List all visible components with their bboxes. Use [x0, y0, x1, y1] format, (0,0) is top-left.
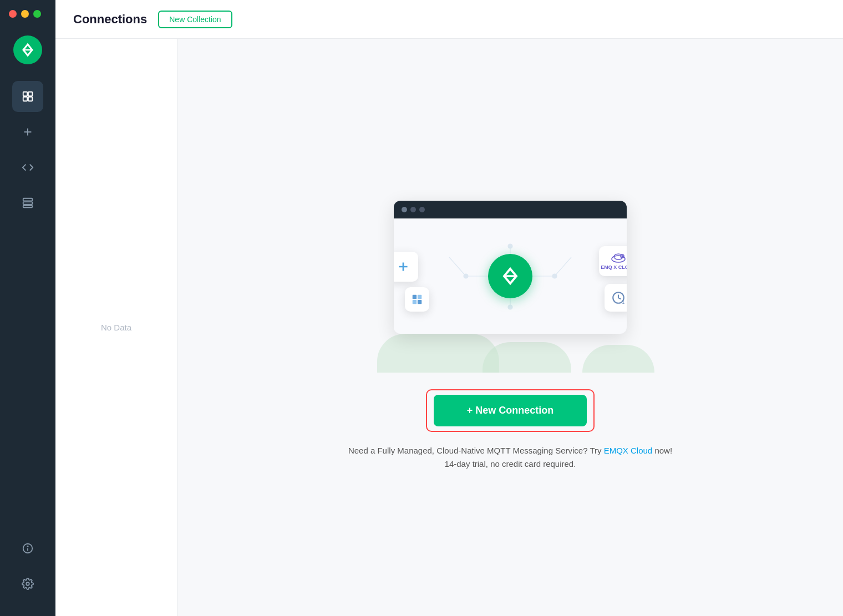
no-data-text: No Data	[101, 323, 131, 332]
svg-rect-2	[28, 92, 32, 96]
svg-text:1: 1	[622, 299, 625, 305]
sidebar-item-connections[interactable]	[12, 81, 43, 112]
center-panel: EMQ X CLOUD 1	[177, 39, 843, 616]
svg-rect-3	[23, 97, 27, 101]
sidebar-item-scripts[interactable]	[12, 152, 43, 183]
emqx-cloud-link[interactable]: EMQX Cloud	[604, 446, 653, 455]
titlebar	[0, 0, 55, 28]
svg-point-22	[508, 244, 512, 248]
code-icon	[22, 161, 34, 174]
sidebar	[0, 0, 55, 616]
clock-icon-card: 1	[605, 284, 627, 312]
svg-rect-4	[28, 97, 32, 101]
info-icon	[22, 542, 34, 554]
svg-rect-29	[418, 295, 422, 299]
svg-point-23	[508, 305, 512, 309]
svg-point-20	[552, 274, 557, 278]
add-icon	[22, 126, 34, 138]
sidebar-item-add[interactable]	[12, 116, 43, 147]
svg-rect-8	[23, 202, 33, 205]
svg-line-15	[555, 257, 571, 276]
sidebar-nav	[0, 81, 55, 533]
left-panel: No Data	[55, 39, 177, 616]
maximize-button[interactable]	[33, 10, 41, 18]
plus-icon-card	[394, 252, 418, 282]
svg-point-21	[464, 274, 468, 278]
app-logo[interactable]	[13, 35, 42, 64]
svg-rect-27	[413, 295, 417, 299]
close-button[interactable]	[9, 10, 17, 18]
new-connection-wrapper: + New Connection	[434, 395, 587, 426]
emqx-cloud-label: EMQ X CLOUD	[601, 264, 627, 270]
tile-icon-card	[405, 287, 429, 312]
page-title: Connections	[73, 12, 147, 27]
logo-icon	[19, 41, 37, 59]
tile-card-icon	[411, 293, 423, 306]
svg-point-13	[26, 582, 29, 586]
promo-text-before: Need a Fully Managed, Cloud-Native MQTT …	[348, 446, 604, 455]
clock-card-icon: 1	[611, 291, 626, 305]
browser-body: EMQ X CLOUD 1	[394, 218, 627, 334]
svg-rect-9	[23, 206, 33, 208]
svg-rect-1	[23, 92, 27, 96]
svg-rect-30	[413, 300, 417, 304]
browser-dot-3	[419, 207, 425, 212]
browser-dot-1	[402, 207, 407, 212]
new-connection-button[interactable]: + New Connection	[434, 395, 587, 426]
sidebar-bottom	[12, 533, 43, 616]
plus-card-icon	[396, 259, 410, 274]
svg-rect-28	[418, 300, 422, 304]
promo-text: Need a Fully Managed, Cloud-Native MQTT …	[344, 444, 677, 471]
center-emqx-logo	[488, 254, 532, 298]
svg-rect-7	[23, 198, 33, 201]
new-collection-button[interactable]: New Collection	[158, 11, 232, 28]
content-area: No Data	[55, 39, 843, 616]
data-icon	[22, 197, 34, 209]
browser-mockup: EMQ X CLOUD 1	[394, 201, 627, 334]
main-area: Connections New Collection No Data	[55, 0, 843, 616]
emqx-logo-icon	[498, 264, 522, 288]
illustration: EMQ X CLOUD 1	[349, 184, 671, 373]
connections-icon	[22, 90, 34, 103]
header: Connections New Collection	[55, 0, 843, 39]
sidebar-item-data[interactable]	[12, 187, 43, 218]
cloud-card-icon	[610, 252, 627, 263]
sidebar-item-info[interactable]	[12, 533, 43, 564]
clouds-decoration	[349, 328, 671, 373]
sidebar-item-settings[interactable]	[12, 568, 43, 599]
svg-line-17	[449, 257, 466, 276]
minimize-button[interactable]	[21, 10, 29, 18]
browser-dot-2	[410, 207, 416, 212]
settings-icon	[22, 578, 34, 590]
emqx-cloud-icon-card: EMQ X CLOUD	[599, 246, 627, 276]
browser-titlebar	[394, 201, 627, 218]
